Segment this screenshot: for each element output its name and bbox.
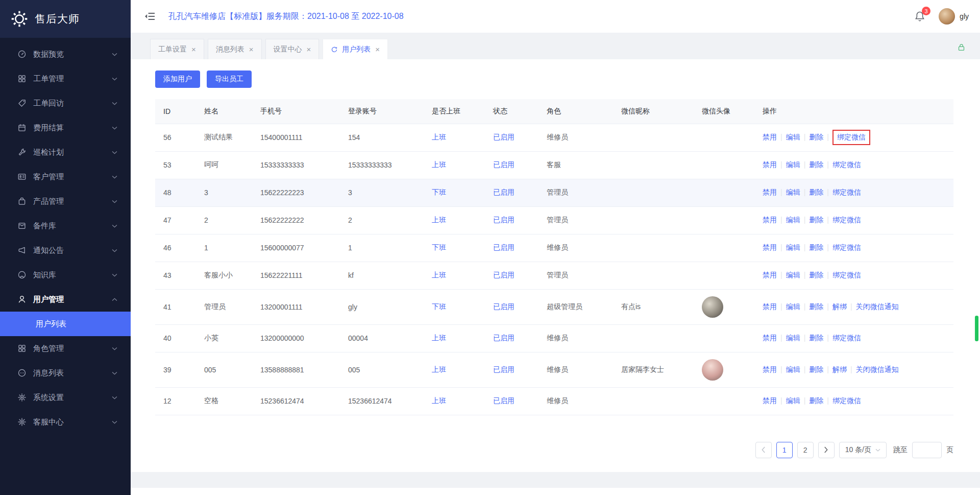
action-disable-link[interactable]: 禁用: [763, 243, 777, 251]
action-disable-link[interactable]: 禁用: [763, 396, 777, 405]
action-bind-wechat-link[interactable]: 绑定微信: [832, 216, 861, 224]
action-edit-link[interactable]: 编辑: [786, 396, 800, 405]
action-bind-wechat-link[interactable]: 绑定微信: [832, 271, 861, 279]
close-icon[interactable]: ×: [249, 45, 254, 53]
refresh-icon[interactable]: [331, 46, 338, 53]
action-delete-link[interactable]: 删除: [809, 271, 823, 279]
status-badge[interactable]: 已启用: [493, 365, 514, 373]
pagination-prev-button[interactable]: [755, 442, 772, 458]
action-disable-link[interactable]: 禁用: [763, 188, 777, 196]
close-icon[interactable]: ×: [307, 45, 311, 53]
tab-order-settings[interactable]: 工单设置×: [150, 39, 204, 59]
status-badge[interactable]: 已启用: [493, 334, 514, 342]
action-bind-wechat-link[interactable]: 绑定微信: [837, 133, 866, 141]
notification-bell-icon[interactable]: 3: [914, 11, 925, 22]
sidebar-item-products[interactable]: 产品管理: [0, 189, 131, 214]
action-disable-link[interactable]: 禁用: [763, 216, 777, 224]
tab-user-list[interactable]: 用户列表×: [323, 39, 388, 59]
action-edit-link[interactable]: 编辑: [786, 302, 800, 311]
jump-page-input[interactable]: [912, 442, 942, 458]
sidebar-item-work-orders[interactable]: 工单管理: [0, 66, 131, 91]
action-edit-link[interactable]: 编辑: [786, 188, 800, 196]
action-delete-link[interactable]: 删除: [809, 188, 823, 196]
duty-toggle-link[interactable]: 上班: [432, 271, 446, 279]
action-delete-link[interactable]: 删除: [809, 302, 823, 311]
close-icon[interactable]: ×: [191, 45, 196, 53]
sidebar-item-inspection-plan[interactable]: 巡检计划: [0, 140, 131, 164]
action-bind-wechat-link[interactable]: 绑定微信: [832, 396, 861, 405]
status-badge[interactable]: 已启用: [493, 216, 514, 224]
action-close-wechat-notify-link[interactable]: 关闭微信通知: [856, 302, 899, 311]
status-badge[interactable]: 已启用: [493, 396, 514, 405]
action-bind-wechat-link[interactable]: 绑定微信: [832, 188, 861, 196]
action-disable-link[interactable]: 禁用: [763, 160, 777, 169]
status-badge[interactable]: 已启用: [493, 271, 514, 279]
pagination-next-button[interactable]: [818, 442, 835, 458]
action-delete-link[interactable]: 删除: [809, 334, 823, 342]
sidebar-item-service-center[interactable]: 客服中心: [0, 410, 131, 434]
pagination-page-1[interactable]: 1: [776, 442, 793, 458]
action-delete-link[interactable]: 删除: [809, 133, 823, 141]
sidebar-item-notices[interactable]: 通知公告: [0, 238, 131, 263]
sidebar-item-spare-parts[interactable]: 备件库: [0, 214, 131, 238]
username-label[interactable]: gly: [960, 12, 969, 20]
sidebar-item-users[interactable]: 用户管理: [0, 287, 131, 312]
action-edit-link[interactable]: 编辑: [786, 365, 800, 373]
action-delete-link[interactable]: 删除: [809, 160, 823, 169]
lock-icon[interactable]: [957, 43, 966, 52]
page-size-select[interactable]: 10 条/页: [839, 442, 887, 458]
sidebar-item-data-preview[interactable]: 数据预览: [0, 42, 131, 66]
status-badge[interactable]: 已启用: [493, 188, 514, 196]
action-bind-wechat-link[interactable]: 绑定微信: [832, 160, 861, 169]
action-disable-link[interactable]: 禁用: [763, 302, 777, 311]
action-close-wechat-notify-link[interactable]: 关闭微信通知: [856, 365, 899, 373]
sidebar-item-system-settings[interactable]: 系统设置: [0, 385, 131, 410]
action-edit-link[interactable]: 编辑: [786, 271, 800, 279]
action-disable-link[interactable]: 禁用: [763, 334, 777, 342]
action-unbind-link[interactable]: 解绑: [832, 302, 847, 311]
action-edit-link[interactable]: 编辑: [786, 334, 800, 342]
pagination-page-2[interactable]: 2: [797, 442, 814, 458]
sidebar-subitem-user-list[interactable]: 用户列表: [0, 312, 131, 336]
status-badge[interactable]: 已启用: [493, 133, 514, 141]
action-delete-link[interactable]: 删除: [809, 216, 823, 224]
action-bind-wechat-link[interactable]: 绑定微信: [832, 243, 861, 251]
tab-message-list[interactable]: 消息列表×: [208, 39, 262, 59]
action-unbind-link[interactable]: 解绑: [832, 365, 847, 373]
sidebar-item-messages[interactable]: 消息列表: [0, 361, 131, 385]
add-user-button[interactable]: 添加用户: [155, 70, 200, 88]
export-staff-button[interactable]: 导出员工: [207, 70, 252, 88]
sidebar-item-roles[interactable]: 角色管理: [0, 336, 131, 361]
action-edit-link[interactable]: 编辑: [786, 160, 800, 169]
duty-toggle-link[interactable]: 下班: [432, 243, 446, 251]
duty-toggle-link[interactable]: 上班: [432, 396, 446, 405]
action-edit-link[interactable]: 编辑: [786, 243, 800, 251]
duty-toggle-link[interactable]: 下班: [432, 302, 446, 311]
user-avatar[interactable]: [939, 8, 955, 25]
action-edit-link[interactable]: 编辑: [786, 133, 800, 141]
status-badge[interactable]: 已启用: [493, 160, 514, 169]
sidebar-item-fee-settlement[interactable]: 费用结算: [0, 115, 131, 140]
scrollbar-thumb[interactable]: [975, 316, 978, 341]
sidebar-item-knowledge-base[interactable]: 知识库: [0, 263, 131, 287]
action-disable-link[interactable]: 禁用: [763, 133, 777, 141]
duty-toggle-link[interactable]: 上班: [432, 160, 446, 169]
sidebar-item-order-followup[interactable]: 工单回访: [0, 91, 131, 115]
duty-toggle-link[interactable]: 上班: [432, 334, 446, 342]
action-delete-link[interactable]: 删除: [809, 365, 823, 373]
duty-toggle-link[interactable]: 下班: [432, 188, 446, 196]
action-edit-link[interactable]: 编辑: [786, 216, 800, 224]
action-delete-link[interactable]: 删除: [809, 396, 823, 405]
action-disable-link[interactable]: 禁用: [763, 271, 777, 279]
tab-settings-center[interactable]: 设置中心×: [265, 39, 320, 59]
action-bind-wechat-link[interactable]: 绑定微信: [832, 334, 861, 342]
sidebar-fold-icon[interactable]: [144, 12, 155, 21]
action-disable-link[interactable]: 禁用: [763, 365, 777, 373]
status-badge[interactable]: 已启用: [493, 302, 514, 311]
sidebar-item-customers[interactable]: 客户管理: [0, 164, 131, 189]
duty-toggle-link[interactable]: 上班: [432, 365, 446, 373]
close-icon[interactable]: ×: [375, 45, 380, 53]
duty-toggle-link[interactable]: 上班: [432, 133, 446, 141]
action-delete-link[interactable]: 删除: [809, 243, 823, 251]
status-badge[interactable]: 已启用: [493, 243, 514, 251]
